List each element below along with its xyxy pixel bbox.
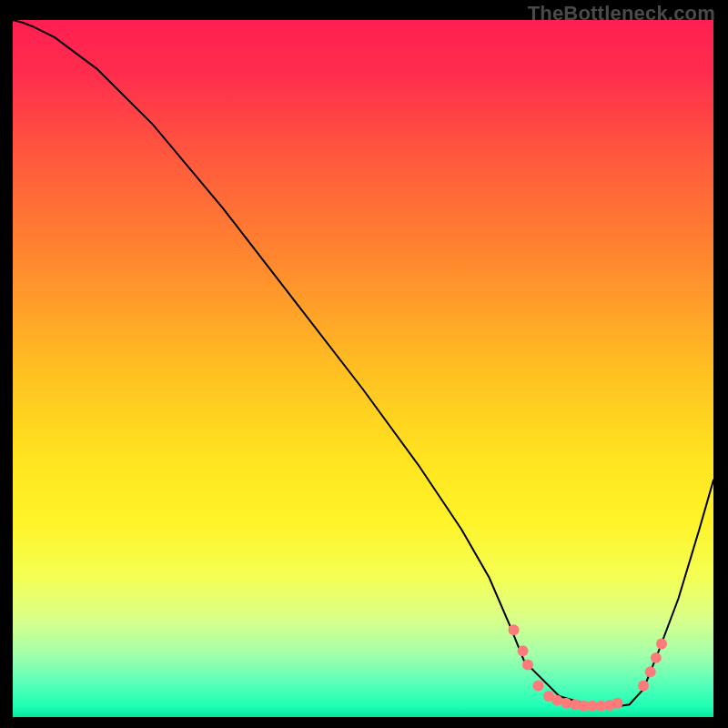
threshold-dot	[651, 652, 662, 663]
chart-stage: TheBottleneck.com	[0, 0, 728, 728]
threshold-dot	[561, 698, 571, 709]
plot-area	[13, 20, 713, 717]
threshold-dot	[509, 624, 520, 635]
threshold-dot	[645, 666, 656, 677]
threshold-dot	[518, 645, 529, 656]
threshold-dot	[533, 681, 544, 692]
bottleneck-curve	[13, 20, 713, 707]
threshold-dots	[509, 624, 667, 711]
threshold-dot	[638, 681, 649, 692]
chart-overlay	[13, 20, 713, 717]
watermark-text: TheBottleneck.com	[528, 2, 715, 25]
threshold-dot	[612, 698, 623, 709]
threshold-dot	[656, 639, 667, 650]
threshold-dot	[522, 660, 533, 671]
